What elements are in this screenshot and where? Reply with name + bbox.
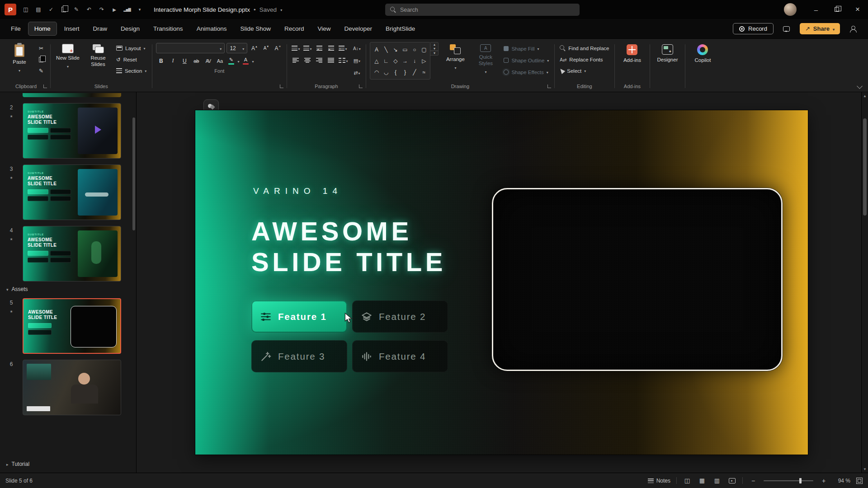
paragraph-dialog-launcher[interactable] [359,84,363,88]
select-button[interactable]: Select [558,66,610,75]
view-reading-icon[interactable] [712,477,722,484]
drawing-dialog-launcher[interactable] [547,84,551,88]
canvas-scrollbar[interactable]: ▲ ▼ [861,92,868,473]
highlight-button[interactable]: ✎ [226,56,236,66]
shape-arc-icon[interactable]: ◠ [372,66,381,78]
shape-arrow-right-icon[interactable]: → [400,55,410,66]
zoom-in-button[interactable] [819,477,828,484]
fit-slide-icon[interactable] [856,478,863,484]
align-right-button[interactable] [314,56,324,65]
scrollbar-thumb[interactable] [863,118,867,216]
slide-kicker-text[interactable]: VARINO 14 [253,186,342,196]
save-icon[interactable] [20,4,32,15]
save-status[interactable]: Saved [259,6,277,13]
find-replace-button[interactable]: Find and Replace [558,43,610,53]
collapse-ribbon-icon[interactable] [857,83,863,89]
tab-design[interactable]: Design [114,22,146,36]
align-left-button[interactable] [291,56,301,65]
section-header-assets[interactable]: Assets [0,282,136,292]
gallery-up-icon[interactable]: ▴ [430,42,438,47]
zoom-level[interactable]: 94 % [834,478,850,484]
character-spacing-button[interactable] [203,56,213,66]
slide-4-thumbnail[interactable]: SUBTITLE AWESOME SLIDE TITLE [23,226,121,282]
chart-icon[interactable] [121,4,133,15]
copilot-button[interactable]: Copilot [689,42,716,66]
feature-4-button[interactable]: Feature 4 [352,340,448,372]
content-placeholder-panel[interactable] [492,188,783,371]
feature-2-button[interactable]: Feature 2 [352,300,448,333]
grow-font-button[interactable] [249,43,259,53]
zoom-out-button[interactable] [749,477,758,484]
slideshow-icon[interactable] [108,4,120,15]
indent-decrease-button[interactable] [314,43,324,53]
partial-slide-thumbnail[interactable] [23,93,121,97]
scroll-down-icon[interactable]: ▼ [862,465,868,473]
cut-icon[interactable] [36,43,46,53]
section-header-tutorial[interactable]: Tutorial [0,456,136,467]
italic-button[interactable] [168,56,178,66]
tab-record[interactable]: Record [278,22,311,36]
text-direction-button[interactable] [352,43,362,53]
slide-5-thumbnail[interactable]: AWESOME SLIDE TITLE [23,298,121,354]
copy-icon[interactable] [58,4,70,15]
shape-line-icon[interactable]: ╲ [381,44,391,55]
smartart-button[interactable] [352,68,362,77]
search-bar[interactable] [385,4,580,16]
slide-6-thumbnail[interactable] [23,360,121,415]
record-button[interactable]: Record [733,23,774,34]
document-title[interactable]: Interactive Morph Slide Design.pptx [154,6,250,13]
slide-editing-surface[interactable]: VARINO 14 AWESOME SLIDE TITLE Feature 1 [195,110,808,455]
strikethrough-button[interactable] [191,56,201,66]
shape-line2-icon[interactable]: ╱ [410,66,419,78]
view-normal-icon[interactable] [683,477,692,484]
bullets-button[interactable] [291,43,301,53]
shape-arrow-line-icon[interactable]: ↘ [391,44,400,55]
slide-2-thumbnail[interactable]: SUBTITLE AWESOME SLIDE TITLE [23,103,121,159]
powerpoint-logo[interactable]: P [5,4,16,15]
shape-oval-icon[interactable]: ○ [410,44,419,55]
reuse-slides-button[interactable]: Reuse Slides [85,42,112,70]
tab-file[interactable]: File [5,22,27,36]
clear-formatting-button[interactable] [273,43,283,53]
notes-button[interactable]: Notes [648,478,670,484]
shape-curve-icon[interactable]: ◡ [381,66,391,78]
slide-5-number[interactable]: 5 [10,300,13,306]
add-ins-button[interactable]: Add-ins [618,42,646,66]
people-button[interactable] [846,23,860,35]
scroll-up-icon[interactable]: ▲ [862,92,868,99]
undo-icon[interactable] [83,4,95,15]
tab-draw[interactable]: Draw [87,22,114,36]
shape-elbow-connector-icon[interactable]: ∟ [381,55,391,66]
font-size-input[interactable] [230,45,240,52]
align-text-button[interactable] [352,56,362,65]
copy-button[interactable] [36,55,46,64]
format-painter-qat-icon[interactable] [71,4,82,15]
print-icon[interactable] [33,4,44,15]
redo-icon[interactable] [96,4,108,15]
shape-diamond-icon[interactable]: ◇ [391,55,400,66]
replace-fonts-button[interactable]: Replace Fonts [558,55,610,64]
minimize-icon[interactable] [806,0,826,19]
font-dialog-launcher[interactable] [280,84,283,88]
qat-more-icon[interactable] [134,4,146,15]
close-icon[interactable] [847,0,868,19]
search-input[interactable] [400,7,575,13]
new-slide-button[interactable]: New Slide [54,42,81,71]
reset-button[interactable]: Reset [115,55,148,64]
slide-3-thumbnail[interactable]: SUBTITLE AWESOME SLIDE TITLE [23,164,121,220]
comments-button[interactable] [780,23,793,35]
designer-button[interactable]: Designer [654,42,681,66]
font-name-input[interactable] [159,45,217,52]
slide-3-number[interactable]: 3 [10,166,13,172]
shape-arrow-down-icon[interactable]: ↓ [410,55,419,66]
feature-1-button[interactable]: Feature 1 [251,300,347,333]
view-slideshow-icon[interactable] [727,478,736,483]
change-case-button[interactable] [215,56,225,66]
paste-button[interactable]: Paste [6,42,33,75]
font-color-button[interactable]: A [241,56,250,66]
tab-insert[interactable]: Insert [58,22,86,36]
gallery-more-icon[interactable]: ▾ [430,51,438,55]
tab-slide-show[interactable]: Slide Show [234,22,277,36]
shape-rounded-rectangle-icon[interactable]: ▢ [419,44,429,55]
zoom-slider-thumb[interactable] [799,478,802,483]
